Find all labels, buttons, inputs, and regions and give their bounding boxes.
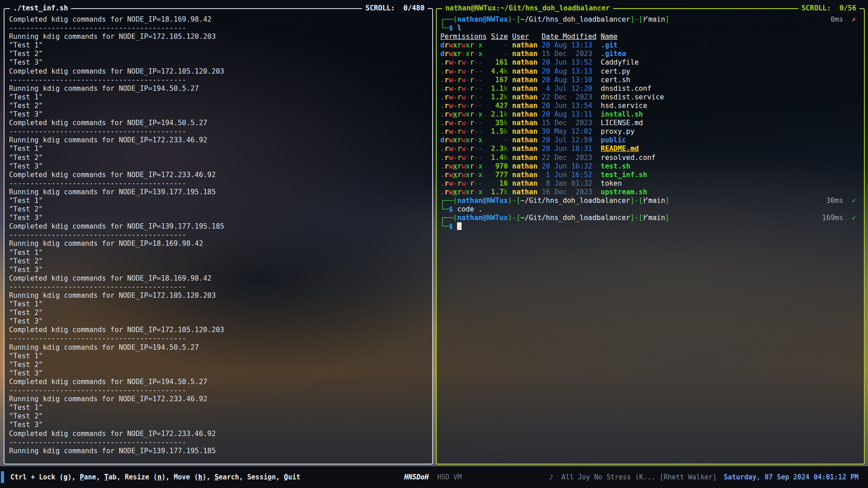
file-row: .rwxrwxr-x 2.1k nathan 20 Aug 13:11 inst… xyxy=(440,110,860,119)
file-row: .rwxrwxr-x 777 nathan 1 Jun 16:52 test_i… xyxy=(440,171,860,179)
file-row: .rw-rw-r-- 35k nathan 15 Dec 2023 LICENS… xyxy=(440,119,860,127)
left-pane-title: ./test_inf.sh xyxy=(10,4,71,13)
terminal-line: "Test 2" xyxy=(9,412,429,421)
terminal-line: Running kdig commands for NODE_IP=18.169… xyxy=(9,239,429,248)
shell-command-line: └─$ code . xyxy=(440,205,860,214)
terminal-line: "Test 1" xyxy=(9,197,429,205)
file-listing-header: Permissions Size User Date Modified Name xyxy=(440,33,860,41)
file-row: .rw-rw-r-- 1.4k nathan 22 Dec 2023 resol… xyxy=(440,154,860,162)
shell-command-line: └─$ l xyxy=(440,24,860,33)
left-pane-titlebar: ./test_inf.sh SCROLL: 0/480 xyxy=(10,4,428,13)
terminal-line: ----------------------------------------… xyxy=(9,438,429,447)
terminal-line: "Test 3" xyxy=(9,266,429,274)
music-note-icon: ♪ xyxy=(549,473,553,481)
git-branch-icon xyxy=(643,214,648,223)
right-pane-title: nathan@NWTux:~/Git/hns_doh_loadbalancer xyxy=(442,4,613,13)
terminal-line: ----------------------------------------… xyxy=(9,76,429,84)
keybinding-hints: Ctrl + Lock (g), Pane, Tab, Resize (n), … xyxy=(10,473,300,481)
terminal-line: Completed kdig commands for NODE_IP=172.… xyxy=(9,430,429,438)
terminal-line: Completed kdig commands for NODE_IP=18.1… xyxy=(9,274,429,283)
status-bar: Ctrl + Lock (g), Pane, Tab, Resize (n), … xyxy=(0,466,868,488)
file-row: drwxrwxr-x - nathan 20 Jul 12:59 public xyxy=(440,136,860,145)
terminal-line: "Test 3" xyxy=(9,162,429,171)
shell-prompt: ┌──(nathan@NWTux)-[~/Git/hns_doh_loadbal… xyxy=(440,214,860,222)
terminal-line: Completed kdig commands for NODE_IP=18.1… xyxy=(9,15,429,24)
pane-left-test-script[interactable]: ./test_inf.sh SCROLL: 0/480 Completed kd… xyxy=(4,8,433,465)
file-row: .rw-rw-r-- 1.5k nathan 30 May 12:02 prox… xyxy=(440,127,860,136)
terminal-line: Running kdig commands for NODE_IP=172.10… xyxy=(9,33,429,41)
terminal-line: "Test 1" xyxy=(9,352,429,361)
terminal-line: "Test 1" xyxy=(9,41,429,50)
right-pane-titlebar: nathan@NWTux:~/Git/hns_doh_loadbalancer … xyxy=(442,4,859,13)
terminal-line: "Test 3" xyxy=(9,214,429,222)
terminal-line: Running kdig commands for NODE_IP=172.23… xyxy=(9,395,429,404)
terminal-line: Running kdig commands for NODE_IP=194.50… xyxy=(9,343,429,352)
terminal-line: "Test 1" xyxy=(9,93,429,102)
command-duration: 30ms ✓ xyxy=(826,197,860,205)
terminal-line: "Test 2" xyxy=(9,361,429,369)
terminal-line: "Test 2" xyxy=(9,50,429,58)
terminal-line: Running kdig commands for NODE_IP=139.17… xyxy=(9,447,429,455)
file-row: .rw-rw-r-- 4.4k nathan 20 Aug 13:13 cert… xyxy=(440,67,860,76)
terminal-line: ----------------------------------------… xyxy=(9,283,429,291)
terminal-line: Running kdig commands for NODE_IP=172.10… xyxy=(9,291,429,300)
terminal-line: ----------------------------------------… xyxy=(9,179,429,188)
terminal-line: "Test 2" xyxy=(9,154,429,162)
terminal-line: "Test 3" xyxy=(9,421,429,429)
file-row: drwxr-xr-x - nathan 15 Dec 2023 .gitea xyxy=(440,50,860,58)
file-row: .rw-rw-r-- 2.3k nathan 20 Jun 18:31 READ… xyxy=(440,145,860,153)
terminal-line: "Test 2" xyxy=(9,309,429,317)
terminal-line: "Test 2" xyxy=(9,205,429,214)
now-playing-text: All Joy No Stress (K... [Rhett Walker] xyxy=(561,473,717,481)
file-row: .rw-rw-r-- 427 nathan 20 Jun 13:54 hsd.s… xyxy=(440,102,860,110)
terminal-line: ----------------------------------------… xyxy=(9,334,429,343)
file-row: .rw-rw-r-- 1.1k nathan 4 Jul 12:20 dnsdi… xyxy=(440,84,860,93)
shell-command-line: └─$ xyxy=(440,222,860,231)
terminal-line: Completed kdig commands for NODE_IP=172.… xyxy=(9,326,429,334)
shell-prompt: ┌──(nathan@NWTux)-[~/Git/hns_doh_loadbal… xyxy=(440,197,860,205)
terminal-line: "Test 2" xyxy=(9,257,429,266)
terminal-line: "Test 3" xyxy=(9,369,429,378)
file-row: .rw-rw-r-- 16 nathan 8 Jan 01:32 token xyxy=(440,179,860,188)
shell-prompt: ┌──(nathan@NWTux)-[~/Git/hns_doh_loadbal… xyxy=(440,15,860,24)
left-terminal-output: Completed kdig commands for NODE_IP=18.1… xyxy=(5,9,432,455)
terminal-line: Completed kdig commands for NODE_IP=172.… xyxy=(9,171,429,179)
vm-label: HSD VM xyxy=(437,473,462,481)
file-row: .rwxrwxr-x 970 nathan 20 Jun 16:32 test.… xyxy=(440,162,860,171)
file-row: .rw-rw-r-- 1.2k nathan 22 Dec 2023 dnsdi… xyxy=(440,93,860,102)
command-duration: 0ms ✗ xyxy=(830,15,860,24)
git-branch-icon xyxy=(643,197,648,206)
git-branch-icon xyxy=(643,16,648,25)
terminal-line: Completed kdig commands for NODE_IP=194.… xyxy=(9,119,429,127)
terminal-line: "Test 3" xyxy=(9,58,429,67)
check-icon: ✓ xyxy=(852,214,856,222)
file-row: drwxrwxr-x - nathan 20 Aug 13:13 .git xyxy=(440,41,860,50)
terminal-line: Running kdig commands for NODE_IP=194.50… xyxy=(9,84,429,93)
cross-icon: ✗ xyxy=(852,15,856,23)
right-terminal-output[interactable]: ┌──(nathan@NWTux)-[~/Git/hns_doh_loadbal… xyxy=(437,9,864,231)
check-icon: ✓ xyxy=(852,197,856,205)
terminal-line: ----------------------------------------… xyxy=(9,386,429,395)
app-badge: HNSDoH xyxy=(404,473,429,481)
file-row: .rw-rw-r-- 167 nathan 20 Aug 13:10 cert.… xyxy=(440,76,860,84)
now-playing: ♪ All Joy No Stress (K... [Rhett Walker] xyxy=(549,473,717,481)
terminal-line: Completed kdig commands for NODE_IP=194.… xyxy=(9,378,429,386)
pane-right-shell[interactable]: nathan@NWTux:~/Git/hns_doh_loadbalancer … xyxy=(436,8,865,465)
terminal-line: Completed kdig commands for NODE_IP=139.… xyxy=(9,222,429,231)
terminal-line: "Test 3" xyxy=(9,110,429,119)
right-pane-scroll-indicator: SCROLL: 0/56 xyxy=(798,4,859,13)
clock: Saturday, 07 Sep 2024 04:01:12 PM xyxy=(724,473,859,481)
file-row: .rw-rw-r-- 161 nathan 20 Jun 13:52 Caddy… xyxy=(440,58,860,67)
terminal-line: "Test 1" xyxy=(9,404,429,412)
focus-indicator-block xyxy=(1,471,4,483)
terminal-line: "Test 1" xyxy=(9,145,429,153)
left-pane-scroll-indicator: SCROLL: 0/480 xyxy=(362,4,428,13)
terminal-line: Running kdig commands for NODE_IP=139.17… xyxy=(9,188,429,197)
terminal-line: "Test 1" xyxy=(9,300,429,309)
file-row: .rwxrwxr-x 1.7k nathan 16 Dec 2023 upstr… xyxy=(440,188,860,197)
terminal-line: "Test 3" xyxy=(9,317,429,326)
terminal-line: Running kdig commands for NODE_IP=172.23… xyxy=(9,136,429,145)
command-duration: 169ms ✓ xyxy=(822,214,860,222)
cursor-block[interactable] xyxy=(457,222,462,230)
terminal-line: "Test 2" xyxy=(9,102,429,110)
